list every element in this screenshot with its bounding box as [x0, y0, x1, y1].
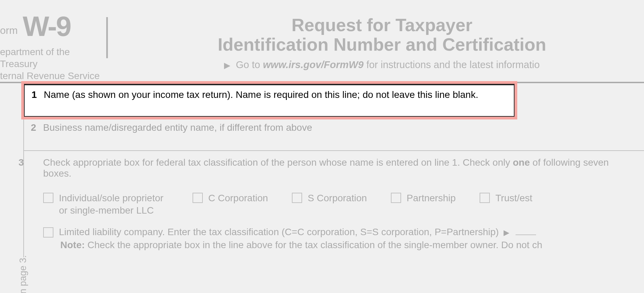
form-body: or type. tructions on page 3. 1 Name (as… — [0, 83, 644, 257]
side-column: or type. tructions on page 3. — [0, 83, 23, 257]
checkbox-s-corp[interactable]: S Corporation — [292, 192, 367, 204]
checkbox-icon[interactable] — [193, 193, 203, 203]
checkbox-s-corp-label: S Corporation — [308, 192, 367, 204]
checkbox-individual-label: Individual/sole proprietor or single-mem… — [59, 192, 169, 217]
field-1-num: 1 — [32, 89, 41, 100]
goto-instructions: ▶ Go to www.irs.gov/FormW9 for instructi… — [120, 59, 644, 71]
form-page: orm W-9 epartment of the Treasury ternal… — [0, 0, 644, 293]
title-line2: Identification Number and Certification — [120, 35, 644, 54]
checkbox-individual[interactable]: Individual/sole proprietor or single-mem… — [43, 192, 169, 217]
field-3-instruction: 3 Check appropriate box for federal tax … — [31, 157, 639, 179]
checkbox-partnership[interactable]: Partnership — [391, 192, 456, 204]
llc-text: Limited liability company. Enter the tax… — [59, 227, 536, 238]
field-3-num: 3 — [31, 157, 40, 168]
main-column: 1 Name (as shown on your income tax retu… — [23, 83, 644, 257]
field-1-highlight: 1 Name (as shown on your income tax retu… — [21, 81, 517, 119]
form-label: orm — [0, 25, 18, 36]
llc-note: Note: Check the appropriate box in the l… — [31, 240, 639, 251]
field-2-text: Business name/disregarded entity name, i… — [43, 122, 312, 133]
goto-suffix: for instructions and the latest informat… — [363, 59, 540, 70]
form-code: W-9 — [23, 14, 71, 39]
checkbox-llc[interactable]: Limited liability company. Enter the tax… — [31, 227, 639, 238]
field-2-num: 2 — [31, 122, 40, 133]
department-info: epartment of the Treasury ternal Revenue… — [0, 46, 106, 82]
checkbox-trust[interactable]: Trust/est — [480, 192, 532, 204]
field-3-text-a: Check appropriate box for federal tax cl… — [43, 157, 513, 168]
note-label: Note: — [60, 240, 85, 250]
triangle-icon: ▶ — [504, 228, 509, 237]
header-divider — [106, 17, 108, 58]
form-header: orm W-9 epartment of the Treasury ternal… — [0, 0, 644, 83]
dept-line1: epartment of the Treasury — [0, 46, 106, 70]
checkbox-icon[interactable] — [43, 227, 53, 238]
checkbox-icon[interactable] — [391, 193, 401, 203]
llc-input-line[interactable] — [516, 234, 536, 235]
note-text: Check the appropriate box in the line ab… — [85, 240, 542, 250]
field-3-one: one — [513, 157, 530, 168]
llc-label: Limited liability company. Enter the tax… — [59, 227, 499, 237]
title-line1: Request for Taxpayer — [120, 15, 644, 35]
header-right: Request for Taxpayer Identification Numb… — [106, 0, 644, 82]
classification-checkboxes: Individual/sole proprietor or single-mem… — [31, 192, 639, 217]
triangle-icon: ▶ — [224, 61, 230, 70]
goto-prefix: Go to — [236, 59, 263, 70]
dept-line2: ternal Revenue Service — [0, 70, 106, 82]
checkbox-c-corp-label: C Corporation — [208, 192, 268, 204]
field-2[interactable]: 2 Business name/disregarded entity name,… — [24, 119, 644, 151]
field-1-text: Name (as shown on your income tax return… — [44, 89, 478, 100]
side-text-2: tructions on page 3. — [18, 255, 28, 293]
checkbox-icon[interactable] — [43, 193, 53, 203]
header-left: orm W-9 epartment of the Treasury ternal… — [0, 0, 106, 82]
goto-url: www.irs.gov/FormW9 — [263, 59, 364, 70]
checkbox-icon[interactable] — [480, 193, 490, 203]
checkbox-partnership-label: Partnership — [407, 192, 456, 204]
field-3: 3 Check appropriate box for federal tax … — [24, 151, 644, 257]
checkbox-c-corp[interactable]: C Corporation — [193, 192, 268, 204]
field-1[interactable]: 1 Name (as shown on your income tax retu… — [24, 84, 515, 117]
checkbox-trust-label: Trust/est — [495, 192, 532, 204]
checkbox-icon[interactable] — [292, 193, 302, 203]
